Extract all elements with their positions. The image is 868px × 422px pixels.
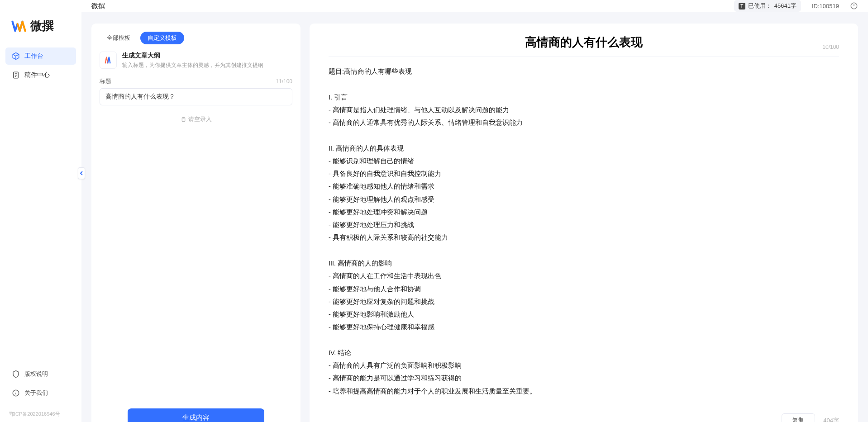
generate-button[interactable]: 生成内容 — [128, 408, 264, 422]
title-field-label: 标题 — [100, 77, 111, 85]
logo[interactable]: 微撰 — [0, 9, 81, 47]
template-desc: 输入标题，为你提供文章主体的灵感，并为其创建推文提纲 — [122, 62, 263, 69]
title-input[interactable] — [100, 88, 292, 105]
tab-all-templates[interactable]: 全部模板 — [100, 32, 138, 44]
nav-item-copyright[interactable]: 版权说明 — [5, 365, 76, 383]
main-nav: 工作台 稿件中心 — [0, 47, 81, 365]
icp-text: 鄂ICP备2022016946号 — [0, 411, 81, 422]
usage-value: 45641字 — [774, 2, 796, 10]
nav-label: 工作台 — [24, 52, 43, 60]
input-panel: 全部模板 自定义模板 生成文章大纲 输入标题，为你提供文章主体的灵感，并为其创建… — [91, 24, 300, 422]
nav-label: 关于我们 — [24, 389, 48, 397]
topbar: 微撰 T 已使用： 45641字 ID:100519 — [81, 0, 868, 12]
text-count-icon: T — [739, 3, 745, 9]
template-name: 生成文章大纲 — [122, 52, 263, 60]
output-panel: 高情商的人有什么表现 10/100 题目:高情商的人有哪些表现 I. 引言 - … — [310, 24, 858, 422]
nav-item-workspace[interactable]: 工作台 — [5, 47, 76, 65]
clipboard-icon — [181, 117, 186, 123]
template-thumb-icon — [100, 52, 117, 69]
template-tabs: 全部模板 自定义模板 — [91, 32, 300, 52]
info-icon — [12, 389, 20, 397]
shield-icon — [12, 370, 20, 378]
usage-label: 已使用： — [748, 2, 772, 10]
output-title-counter: 10/100 — [822, 44, 839, 50]
chevron-left-icon — [80, 171, 83, 175]
user-id: ID:100519 — [812, 3, 839, 9]
main: 微撰 T 已使用： 45641字 ID:100519 全部模板 自定义模板 — [81, 0, 868, 422]
doc-icon — [12, 71, 20, 79]
nav-item-about[interactable]: 关于我们 — [5, 384, 76, 402]
logo-icon — [11, 19, 27, 34]
sidebar-bottom: 版权说明 关于我们 — [0, 365, 81, 411]
title-field-counter: 11/100 — [276, 78, 292, 85]
nav-label: 稿件中心 — [24, 71, 50, 79]
usage-badge[interactable]: T 已使用： 45641字 — [734, 0, 801, 12]
template-card: 生成文章大纲 输入标题，为你提供文章主体的灵感，并为其创建推文提纲 — [91, 52, 300, 77]
tab-custom-templates[interactable]: 自定义模板 — [140, 32, 184, 44]
copy-button[interactable]: 复制 — [782, 413, 815, 422]
page-title: 微撰 — [91, 2, 105, 10]
word-count: 404字 — [823, 417, 839, 422]
output-body[interactable]: 题目:高情商的人有哪些表现 I. 引言 - 高情商是指人们处理情绪、与他人互动以… — [329, 57, 839, 406]
sidebar-collapse-button[interactable] — [78, 167, 85, 179]
empty-hint: 请空录入 — [100, 115, 292, 123]
power-icon[interactable] — [850, 2, 858, 10]
output-title[interactable]: 高情商的人有什么表现 — [525, 34, 643, 50]
cube-icon — [12, 52, 20, 60]
sidebar: 微撰 工作台 稿件中心 版权说明 — [0, 0, 81, 422]
logo-text: 微撰 — [30, 18, 54, 34]
nav-label: 版权说明 — [24, 370, 48, 378]
nav-item-drafts[interactable]: 稿件中心 — [5, 66, 76, 84]
